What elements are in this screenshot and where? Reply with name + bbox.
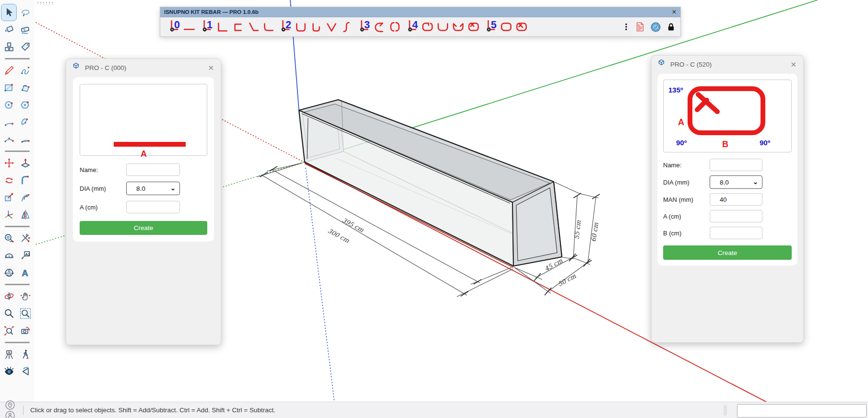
dia-select[interactable]: 8.0 ⌄	[710, 175, 762, 189]
tool-circle[interactable]	[1, 96, 17, 114]
tool-look-around[interactable]	[1, 363, 17, 380]
tool-section-plane[interactable]	[17, 363, 33, 380]
tool-previous-view[interactable]	[17, 322, 33, 339]
rebar-shape-corner-curve-button[interactable]	[262, 21, 274, 34]
tool-arc[interactable]	[1, 114, 17, 131]
status-message: Click or drag to select objects. Shift =…	[30, 406, 275, 414]
create-button[interactable]: Create	[663, 245, 792, 260]
tool-zoom-window[interactable]	[17, 305, 33, 322]
tool-3d-text[interactable]: A	[17, 264, 33, 281]
tool-eraser[interactable]	[17, 21, 33, 38]
tool-polygon[interactable]	[17, 96, 33, 114]
measurements-input[interactable]	[737, 404, 867, 418]
tool-lasso[interactable]	[17, 4, 33, 21]
settings-gear-icon[interactable]	[650, 21, 662, 33]
rebar-toolbar-titlebar[interactable]: ISNUPNO KIT REBAR — PRO 1.0.6b ✕	[160, 7, 680, 17]
tool-components[interactable]	[1, 38, 17, 56]
dia-select[interactable]: 8.0 ⌄	[126, 182, 180, 195]
rebar-group-1-button[interactable]: 1	[201, 19, 214, 35]
rebar-shape-open-oval-button[interactable]	[389, 21, 401, 34]
preview-label-a: A	[141, 149, 147, 159]
box-model[interactable]	[299, 100, 562, 267]
svg-text:2: 2	[285, 19, 291, 31]
dia-select-value: 8.0	[136, 185, 145, 192]
tool-tag[interactable]	[17, 38, 33, 56]
tool-tape-measure[interactable]	[1, 230, 17, 247]
rebar-shape-v-shape-button[interactable]	[325, 21, 338, 34]
tool-zoom-extents[interactable]	[1, 322, 17, 339]
a-input[interactable]	[126, 201, 180, 213]
tool-rotate[interactable]	[1, 172, 17, 189]
rebar-shape-j-hook-button[interactable]	[310, 21, 322, 34]
rebar-shape-l-bend-button[interactable]	[216, 21, 228, 34]
lock-icon[interactable]	[666, 22, 676, 33]
tool-scale[interactable]	[1, 189, 17, 206]
close-icon[interactable]: ✕	[208, 64, 214, 71]
tool-orbit[interactable]	[1, 288, 17, 305]
tool-follow-me[interactable]	[17, 172, 33, 189]
tool-axes[interactable]	[1, 206, 17, 223]
dialog-titlebar[interactable]: PRO - C (000) ✕	[66, 59, 221, 76]
rebar-shape-straight-button[interactable]	[183, 21, 196, 34]
tool-paint-bucket[interactable]	[1, 21, 17, 38]
rebar-shape-stirrup-open-top-button[interactable]	[437, 21, 449, 34]
rebar-group-4-button[interactable]: 4	[406, 19, 419, 35]
svg-text:C: C	[8, 269, 10, 273]
tool-angular-dimension[interactable]: 3	[17, 230, 33, 247]
rebar-shape-u-shape-button[interactable]	[295, 21, 307, 34]
close-icon[interactable]: ✕	[672, 9, 677, 15]
name-input[interactable]	[710, 159, 762, 171]
man-input[interactable]	[710, 193, 762, 206]
tool-push-pull[interactable]	[17, 154, 33, 172]
b-input[interactable]	[710, 227, 762, 239]
tool-pan[interactable]	[17, 288, 33, 305]
tool-text[interactable]: A1	[17, 247, 33, 264]
rebar-shape-stirrup-open-hooks-button[interactable]	[421, 21, 434, 34]
tool-arc-3pt[interactable]	[1, 131, 17, 148]
rebar-shape-stirrup-closed-button[interactable]	[500, 21, 512, 34]
tool-offset[interactable]	[17, 189, 33, 206]
preview-label-a: A	[678, 117, 684, 128]
dialog-titlebar[interactable]: PRO - C (520) ✕	[652, 56, 803, 73]
rebar-shape-stirrup-cross-hooks-button[interactable]	[467, 21, 480, 34]
rebar-shape-c-bend-button[interactable]	[231, 21, 244, 34]
tool-dimension[interactable]: CA-B	[1, 264, 17, 281]
rebar-group-0-button[interactable]: 0	[168, 19, 181, 35]
tool-select[interactable]	[1, 4, 17, 21]
rebar-shape-c-hook-button[interactable]	[373, 21, 386, 34]
tool-rotated-rectangle[interactable]	[17, 79, 33, 96]
preview-angle-bottom-left: 90º	[676, 139, 687, 147]
rebar-group-2-button[interactable]: 2	[279, 19, 293, 35]
preview-label-b: B	[722, 139, 728, 150]
kebab-menu-icon[interactable]	[622, 22, 630, 32]
tool-move[interactable]	[1, 154, 17, 172]
close-icon[interactable]: ✕	[790, 61, 797, 68]
rebar-shape-s-curve-button[interactable]	[341, 21, 353, 34]
tool-flip[interactable]	[17, 206, 33, 223]
dialog-title: PRO - C (000)	[85, 64, 126, 71]
rebar-group-5-button[interactable]: 5	[485, 19, 498, 35]
sketchup-logo-icon	[73, 62, 81, 73]
geolocation-icon[interactable]	[5, 400, 15, 410]
rebar-group-3-button[interactable]: 3	[358, 19, 371, 35]
tool-position-camera[interactable]	[1, 346, 17, 363]
status-resize-handle[interactable]	[724, 405, 727, 416]
create-button[interactable]: Create	[80, 221, 207, 235]
rebar-shape-stirrup-hook-135-button[interactable]	[515, 21, 528, 34]
tool-arc-segment[interactable]	[17, 131, 33, 148]
report-document-icon[interactable]	[635, 21, 645, 33]
person-icon[interactable]	[5, 410, 15, 418]
tool-walk[interactable]	[17, 346, 33, 363]
svg-text:3: 3	[364, 19, 370, 31]
tool-line[interactable]	[1, 62, 17, 79]
tool-freehand[interactable]	[17, 62, 33, 79]
tool-pie[interactable]	[17, 114, 33, 131]
name-input[interactable]	[126, 163, 180, 176]
a-input[interactable]	[710, 210, 762, 222]
toolbar-grip-handle[interactable]	[36, 1, 55, 4]
rebar-shape-stirrup-inward-hooks-button[interactable]	[452, 21, 464, 34]
tool-rectangle[interactable]	[1, 79, 17, 96]
rebar-shape-angle-bend-button[interactable]	[247, 21, 259, 34]
tool-protractor[interactable]	[1, 247, 17, 264]
tool-zoom[interactable]	[1, 305, 17, 322]
